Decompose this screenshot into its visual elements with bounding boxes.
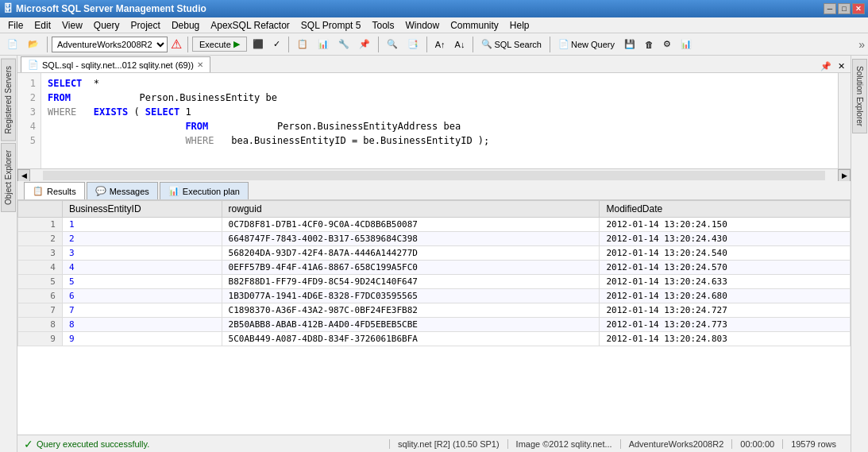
sql-search-label: SQL Search <box>494 40 542 49</box>
results-tab-results[interactable]: 📋 Results <box>24 182 85 199</box>
toolbar-btn1[interactable]: 📋 <box>293 36 312 53</box>
menu-edit[interactable]: Edit <box>29 18 56 33</box>
toolbar-btn3[interactable]: 🔧 <box>334 36 353 53</box>
menu-community[interactable]: Community <box>446 18 503 33</box>
messages-tab-label: Messages <box>110 187 149 196</box>
execute-label: Execute <box>199 40 231 49</box>
parse-button[interactable]: ✓ <box>269 36 284 53</box>
scroll-left-arrow[interactable]: ◀ <box>17 169 30 182</box>
cell-id: 4 <box>62 261 222 275</box>
cell-id: 3 <box>62 246 222 261</box>
menu-window[interactable]: Window <box>400 18 444 33</box>
maximize-button[interactable]: □ <box>838 3 851 14</box>
title-bar: 🗄 Microsoft SQL Server Management Studio… <box>0 0 868 17</box>
status-connection: sqlity.net [R2] (10.50 SP1) <box>389 439 507 449</box>
sql-content[interactable]: SELECT * FROM Person.BusinessEntity be W… <box>41 73 838 168</box>
toolbar-btn8[interactable]: A↓ <box>451 36 469 53</box>
menu-bar: File Edit View Query Project Debug ApexS… <box>0 17 868 33</box>
cell-date: 2012-01-14 13:20:24.727 <box>600 303 851 318</box>
menu-sqlprompt[interactable]: SQL Prompt 5 <box>296 18 366 33</box>
toolbar-extra2[interactable]: 🗑 <box>641 36 658 53</box>
sidebar-tab-registered-servers[interactable]: Registered Servers <box>1 59 16 141</box>
cell-id: 1 <box>62 218 222 232</box>
results-table-container[interactable]: BusinessEntityID rowguid ModifiedDate 1 … <box>17 200 851 435</box>
toolbar-overflow[interactable]: » <box>858 38 865 51</box>
table-row: 9 9 5C0AB449-A087-4D8D-834F-3726061B6BFA… <box>18 332 851 346</box>
execute-button[interactable]: Execute ▶ <box>192 37 247 52</box>
query-tab-label: SQL.sql - sqlity.net...012 sqlity.net (6… <box>42 60 194 70</box>
status-rows: 19579 rows <box>782 439 844 449</box>
col-header-modified-date[interactable]: ModifiedDate <box>600 201 851 218</box>
toolbar-new-btn[interactable]: 📄 <box>3 36 22 53</box>
scroll-right-arrow[interactable]: ▶ <box>838 169 851 182</box>
toolbar-extra3[interactable]: ⚙ <box>659 36 675 53</box>
stop-button[interactable]: ⬛ <box>249 36 268 53</box>
col-header-business-entity-id[interactable]: BusinessEntityID <box>62 201 222 218</box>
cell-id: 2 <box>62 232 222 246</box>
cell-rowguid: B82F88D1-FF79-4FD9-8C54-9D24C140F647 <box>222 275 600 289</box>
table-row: 6 6 1B3D077A-1941-4D6E-8328-F7DC03595565… <box>18 289 851 303</box>
cell-date: 2012-01-14 13:20:24.773 <box>600 318 851 332</box>
right-sidebar: Solution Explorer <box>851 56 868 452</box>
menu-apexsql[interactable]: ApexSQL Refactor <box>206 18 295 33</box>
execution-plan-icon: 📊 <box>168 186 179 196</box>
minimize-button[interactable]: ─ <box>824 3 836 14</box>
toolbar-btn6[interactable]: 📑 <box>403 36 422 53</box>
sql-editor: 1 2 3 4 5 SELECT * FROM Person.BusinessE… <box>17 73 851 168</box>
success-icon: ✓ <box>24 438 33 450</box>
menu-query[interactable]: Query <box>89 18 125 33</box>
query-tab-close[interactable]: ✕ <box>197 60 203 69</box>
menu-file[interactable]: File <box>3 18 28 33</box>
toolbar-extra1[interactable]: 💾 <box>620 36 639 53</box>
editor-horiz-scroll[interactable]: ◀ ▶ <box>17 168 851 181</box>
cell-date: 2012-01-14 13:20:24.430 <box>600 232 851 246</box>
toolbar-btn4[interactable]: 📌 <box>355 36 374 53</box>
tab-close-button[interactable]: ✕ <box>835 60 847 72</box>
execution-plan-tab-label: Execution plan <box>183 187 240 196</box>
results-tab-execution-plan[interactable]: 📊 Execution plan <box>160 182 249 199</box>
menu-project[interactable]: Project <box>126 18 165 33</box>
menu-view[interactable]: View <box>57 18 87 33</box>
row-num: 4 <box>18 261 63 275</box>
new-query-button[interactable]: 📄 New Query <box>554 36 619 53</box>
database-selector[interactable]: AdventureWorks2008R2 <box>52 37 168 52</box>
menu-help[interactable]: Help <box>505 18 534 33</box>
menu-tools[interactable]: Tools <box>367 18 399 33</box>
tab-pin-button[interactable]: 📌 <box>818 60 834 72</box>
cell-rowguid: 0C7D8F81-D7B1-4CF0-9C0A-4CD8B6B50087 <box>222 218 600 232</box>
query-tab-bar: 📄 SQL.sql - sqlity.net...012 sqlity.net … <box>17 56 851 73</box>
table-row: 3 3 568204DA-93D7-42F4-8A7A-4446A144277D… <box>18 246 851 261</box>
cell-rowguid: C1898370-A36F-43A2-987C-0BF24FE3FB82 <box>222 303 600 318</box>
query-tab-active[interactable]: 📄 SQL.sql - sqlity.net...012 sqlity.net … <box>21 56 210 72</box>
toolbar-btn7[interactable]: A↑ <box>431 36 449 53</box>
toolbar-extra4[interactable]: 📊 <box>677 36 696 53</box>
cell-date: 2012-01-14 13:20:24.540 <box>600 246 851 261</box>
col-header-empty <box>18 201 63 218</box>
toolbar-btn2[interactable]: 📊 <box>314 36 333 53</box>
toolbar: 📄 📂 AdventureWorks2008R2 ⚠ Execute ▶ ⬛ ✓… <box>0 33 868 56</box>
menu-debug[interactable]: Debug <box>167 18 204 33</box>
messages-icon: 💬 <box>95 186 106 196</box>
cell-rowguid: 0EFF57B9-4F4F-41A6-8867-658C199A5FC0 <box>222 261 600 275</box>
results-tab-messages[interactable]: 💬 Messages <box>87 182 158 199</box>
row-num: 9 <box>18 332 63 346</box>
editor-scrollbar[interactable] <box>838 73 851 168</box>
col-header-rowguid[interactable]: rowguid <box>222 201 600 218</box>
cell-id: 8 <box>62 318 222 332</box>
toolbar-open-btn[interactable]: 📂 <box>24 36 43 53</box>
sidebar-tab-object-explorer[interactable]: Object Explorer <box>1 143 16 212</box>
app-title: Microsoft SQL Server Management Studio <box>16 3 206 14</box>
toolbar-btn5[interactable]: 🔍 <box>383 36 402 53</box>
query-tab-icon: 📄 <box>28 60 39 70</box>
close-button[interactable]: ✕ <box>852 3 865 14</box>
table-row: 5 5 B82F88D1-FF79-4FD9-8C54-9D24C140F647… <box>18 275 851 289</box>
row-num: 2 <box>18 232 63 246</box>
table-row: 8 8 2B50ABB8-ABAB-412B-A4D0-4FD5EBEB5CBE… <box>18 318 851 332</box>
cell-id: 6 <box>62 289 222 303</box>
sql-search-button[interactable]: 🔍 SQL Search <box>477 36 546 53</box>
status-bar: ✓ Query executed successfully. sqlity.ne… <box>17 435 851 452</box>
cell-rowguid: 6648747F-7843-4002-B317-65389684C398 <box>222 232 600 246</box>
execute-play-icon: ▶ <box>233 39 240 49</box>
sidebar-tab-solution-explorer[interactable]: Solution Explorer <box>852 59 867 133</box>
magnifier-icon: 🔍 <box>481 39 492 49</box>
